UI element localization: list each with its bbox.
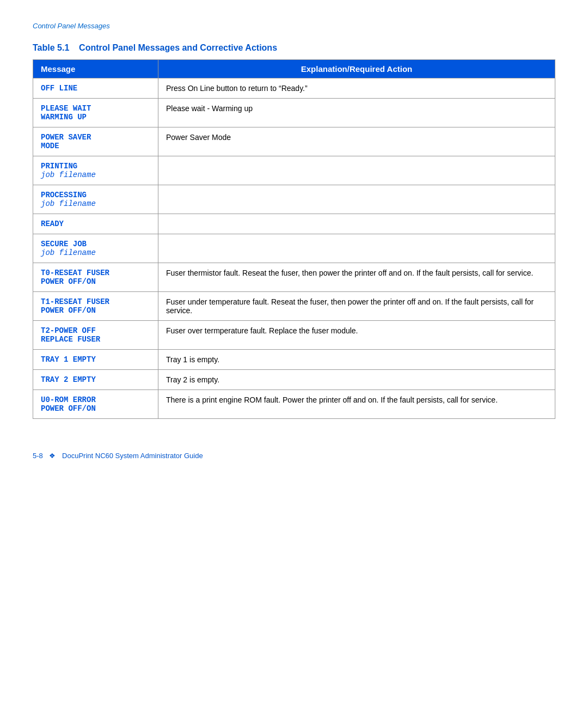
table-row: SECURE JOBjob filename [33,234,555,263]
table-row: TRAY 2 EMPTYTray 2 is empty. [33,370,555,390]
explanation-cell [158,234,555,263]
explanation-cell [158,156,555,185]
message-cell: OFF LINE [33,78,158,99]
table-row: PLEASE WAITWARMING UPPlease wait - Warmi… [33,99,555,127]
footer-separator: ❖ [49,452,56,460]
message-cell: PROCESSINGjob filename [33,185,158,214]
message-cell: TRAY 2 EMPTY [33,370,158,390]
table-row: POWER SAVERMODEPower Saver Mode [33,127,555,156]
message-cell: T1-RESEAT FUSERPOWER OFF/ON [33,292,158,321]
footer-page: 5-8 [33,452,43,460]
table-label: Control Panel Messages and Corrective Ac… [79,43,277,52]
table-number: Table 5.1 [33,43,69,52]
message-cell: READY [33,214,158,234]
table-row: READY [33,214,555,234]
footer-text: DocuPrint NC60 System Administrator Guid… [62,452,203,460]
col-header-message: Message [33,60,158,78]
control-panel-table: Message Explanation/Required Action OFF … [33,59,555,419]
table-row: T0-RESEAT FUSERPOWER OFF/ONFuser thermis… [33,263,555,292]
table-row: U0-ROM ERRORPOWER OFF/ONThere is a print… [33,390,555,419]
message-cell: PLEASE WAITWARMING UP [33,99,158,127]
explanation-cell: Please wait - Warming up [158,99,555,127]
page-header: Control Panel Messages [33,22,555,30]
explanation-cell: Press On Line button to return to “Ready… [158,78,555,99]
message-cell: PRINTINGjob filename [33,156,158,185]
explanation-cell: Fuser under temperature fault. Reseat th… [158,292,555,321]
table-row: TRAY 1 EMPTYTray 1 is empty. [33,350,555,370]
table-row: T2-POWER OFFREPLACE FUSERFuser over term… [33,321,555,350]
page-footer: 5-8 ❖ DocuPrint NC60 System Administrato… [33,452,555,460]
explanation-cell: There is a print engine ROM fault. Power… [158,390,555,419]
explanation-cell: Tray 2 is empty. [158,370,555,390]
message-cell: T2-POWER OFFREPLACE FUSER [33,321,158,350]
message-cell: TRAY 1 EMPTY [33,350,158,370]
message-cell: SECURE JOBjob filename [33,234,158,263]
explanation-cell: Fuser over termperature fault. Replace t… [158,321,555,350]
explanation-cell [158,214,555,234]
table-row: OFF LINEPress On Line button to return t… [33,78,555,99]
explanation-cell: Tray 1 is empty. [158,350,555,370]
table-row: T1-RESEAT FUSERPOWER OFF/ONFuser under t… [33,292,555,321]
explanation-cell: Fuser thermistor fault. Reseat the fuser… [158,263,555,292]
table-row: PROCESSINGjob filename [33,185,555,214]
message-cell: U0-ROM ERRORPOWER OFF/ON [33,390,158,419]
table-title: Table 5.1 Control Panel Messages and Cor… [33,43,555,53]
message-cell: POWER SAVERMODE [33,127,158,156]
message-cell: T0-RESEAT FUSERPOWER OFF/ON [33,263,158,292]
explanation-cell: Power Saver Mode [158,127,555,156]
table-row: PRINTINGjob filename [33,156,555,185]
col-header-explanation: Explanation/Required Action [158,60,555,78]
explanation-cell [158,185,555,214]
